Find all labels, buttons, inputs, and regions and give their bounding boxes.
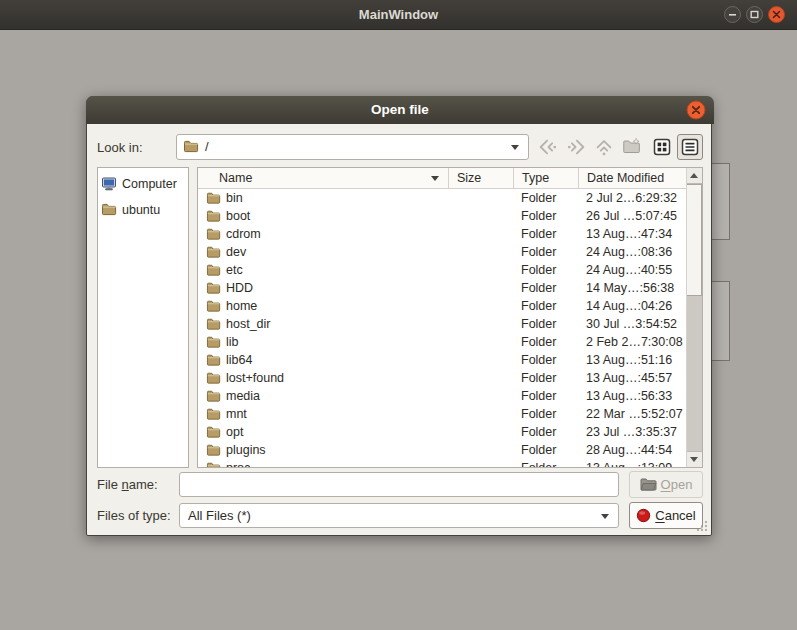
table-row[interactable]: bin Folder 2 Jul 2…6:29:32 [198,189,686,207]
dialog-titlebar[interactable]: Open file [86,96,714,124]
file-type-cell: Folder [514,441,579,459]
list-view-button[interactable] [649,134,675,160]
maximize-button[interactable] [746,6,763,23]
window-close-button[interactable] [768,6,785,23]
folder-icon [206,191,221,205]
table-row[interactable]: proc Folder 13 Aug…:13:09 [198,459,686,468]
cancel-button[interactable]: Cancel [629,502,703,529]
file-modified-cell: 13 Aug…:47:34 [579,225,686,243]
table-row[interactable]: etc Folder 24 Aug…:40:55 [198,261,686,279]
window-title: MainWindow [0,0,797,30]
file-name-cell-wrap: proc [198,459,449,468]
table-row[interactable]: boot Folder 26 Jul …5:07:45 [198,207,686,225]
file-name-cell-wrap: host_dir [198,315,449,333]
stop-icon [636,508,651,523]
file-type-cell: Folder [514,243,579,261]
table-row[interactable]: opt Folder 23 Jul …3:35:37 [198,423,686,441]
chevron-down-icon [601,514,609,519]
column-header-name[interactable]: Name [198,168,449,188]
file-name-cell: bin [226,189,243,207]
file-size-cell [449,405,514,423]
file-modified-cell: 22 Mar …5:52:07 [579,405,686,423]
table-row[interactable]: media Folder 13 Aug…:56:33 [198,387,686,405]
file-name-input[interactable] [179,472,619,497]
folder-icon [206,227,221,241]
column-header-type[interactable]: Type [514,168,579,188]
table-row[interactable]: cdrom Folder 13 Aug…:47:34 [198,225,686,243]
file-modified-cell: 24 Aug…:08:36 [579,243,686,261]
look-in-combobox[interactable]: / [176,134,529,160]
column-header-modified[interactable]: Date Modified [579,168,686,188]
file-modified-cell: 14 May…:56:38 [579,279,686,297]
sort-indicator-icon [431,176,439,181]
close-icon [686,100,706,120]
file-type-cell: Folder [514,297,579,315]
open-button[interactable]: Open [629,471,703,498]
file-size-cell [449,423,514,441]
file-name-cell: boot [226,207,250,225]
folder-icon [206,389,221,403]
chevron-down-icon [511,145,519,150]
folder-icon [206,299,221,313]
maximize-icon [747,7,762,22]
list-view-icon [653,138,671,156]
table-row[interactable]: lib64 Folder 13 Aug…:51:16 [198,351,686,369]
file-type-cell: Folder [514,387,579,405]
file-name-cell: lost+found [226,369,284,387]
table-row[interactable]: lost+found Folder 13 Aug…:45:57 [198,369,686,387]
new-folder-button[interactable] [619,134,645,160]
file-name-cell: lib [226,333,239,351]
file-type-cell: Folder [514,459,579,468]
file-size-cell [449,243,514,261]
file-name-cell: dev [226,243,246,261]
file-name-cell-wrap: boot [198,207,449,225]
scroll-up-button[interactable] [687,168,702,184]
folder-icon [206,425,221,439]
table-row[interactable]: home Folder 14 Aug…:04:26 [198,297,686,315]
column-header-size[interactable]: Size [449,168,514,188]
file-type-combobox[interactable]: All Files (*) [179,503,619,528]
file-size-cell [449,333,514,351]
look-in-label: Look in: [97,140,143,155]
file-type-cell: Folder [514,189,579,207]
close-icon [769,7,784,22]
file-type-label: Files of type: [97,508,171,523]
sidebar-item-computer[interactable]: Computer [101,174,186,194]
table-row[interactable]: plugins Folder 28 Aug…:44:54 [198,441,686,459]
file-modified-cell: 14 Aug…:04:26 [579,297,686,315]
file-size-cell [449,315,514,333]
file-name-cell-wrap: mnt [198,405,449,423]
arrow-up-icon [690,173,698,178]
resize-grip[interactable] [697,521,707,531]
file-name-cell-wrap: HDD [198,279,449,297]
sidebar-item-ubuntu[interactable]: ubuntu [101,200,186,220]
file-name-cell-wrap: etc [198,261,449,279]
table-row[interactable]: HDD Folder 14 May…:56:38 [198,279,686,297]
parent-directory-button[interactable] [591,134,617,160]
folder-icon [206,281,221,295]
file-modified-cell: 13 Aug…:45:57 [579,369,686,387]
dialog-close-button[interactable] [686,100,706,120]
file-table-header: Name Size Type Date Modified [198,168,686,189]
file-modified-cell: 13 Aug…:51:16 [579,351,686,369]
file-size-cell [449,369,514,387]
table-row[interactable]: host_dir Folder 30 Jul …3:54:52 [198,315,686,333]
desktop: MainWindow Open file [0,0,797,630]
forward-button[interactable] [563,134,589,160]
table-row[interactable]: dev Folder 24 Aug…:08:36 [198,243,686,261]
scrollbar-thumb[interactable] [687,184,702,296]
file-type-cell: Folder [514,351,579,369]
detail-view-button[interactable] [677,134,703,160]
scroll-down-button[interactable] [687,451,702,467]
dialog-title: Open file [86,96,714,124]
minimize-button[interactable] [724,6,741,23]
look-in-value: / [205,135,209,159]
file-name-cell-wrap: media [198,387,449,405]
file-size-cell [449,189,514,207]
vertical-scrollbar[interactable] [686,168,702,467]
table-row[interactable]: lib Folder 2 Feb 2…7:30:08 [198,333,686,351]
file-name-cell-wrap: opt [198,423,449,441]
file-name-cell: host_dir [226,315,270,333]
back-button[interactable] [535,134,561,160]
table-row[interactable]: mnt Folder 22 Mar …5:52:07 [198,405,686,423]
